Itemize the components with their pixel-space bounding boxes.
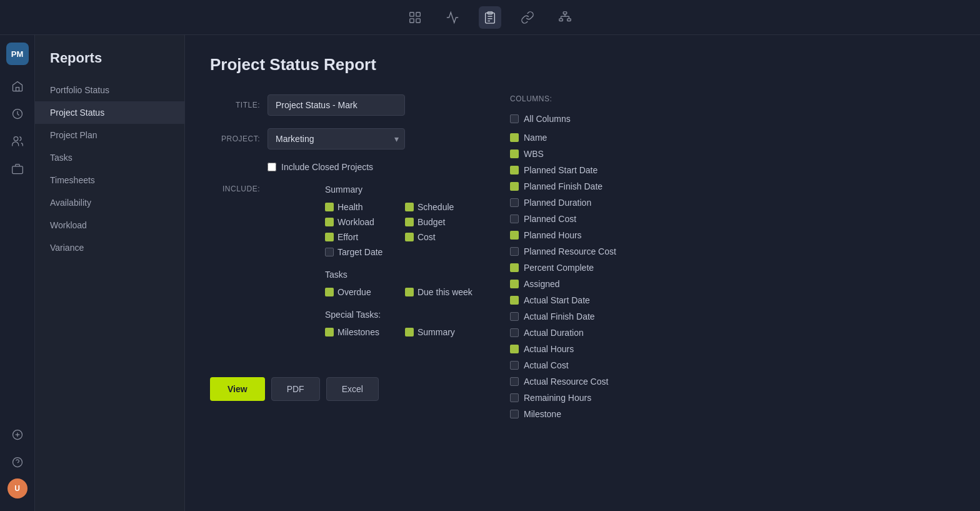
column-actual-hours: Actual Hours — [510, 341, 950, 357]
form-left: TITLE: PROJECT: Marketing Development De… — [210, 94, 472, 423]
all-columns-checkbox[interactable] — [510, 114, 519, 123]
include-effort: Effort — [325, 232, 392, 242]
milestones-checkbox-icon[interactable] — [325, 328, 334, 336]
search-icon[interactable] — [404, 6, 426, 29]
svg-rect-11 — [568, 18, 571, 21]
name-checkbox[interactable] — [510, 133, 519, 142]
special-tasks-heading: Special Tasks: — [325, 310, 472, 320]
svg-rect-1 — [416, 12, 420, 16]
planned-hours-label: Planned Hours — [524, 230, 582, 240]
column-actual-finish-date: Actual Finish Date — [510, 308, 950, 325]
nav-people-icon[interactable] — [6, 130, 29, 153]
actual-hours-checkbox[interactable] — [510, 345, 519, 353]
icon-sidebar: PM — [0, 35, 35, 511]
percent-complete-checkbox[interactable] — [510, 263, 519, 272]
link-icon[interactable] — [516, 6, 539, 29]
sitemap-icon[interactable] — [554, 6, 576, 29]
planned-cost-label: Planned Cost — [524, 214, 576, 224]
actual-finish-date-checkbox[interactable] — [510, 312, 519, 321]
title-row: TITLE: — [210, 94, 472, 116]
summary-special-checkbox-icon[interactable] — [405, 328, 414, 336]
wbs-checkbox[interactable] — [510, 149, 519, 158]
column-percent-complete: Percent Complete — [510, 260, 950, 276]
due-this-week-label: Due this week — [418, 287, 472, 297]
workload-checkbox-icon[interactable] — [325, 218, 334, 226]
nav-history-icon[interactable] — [6, 103, 29, 125]
sidebar-item-project-status[interactable]: Project Status — [35, 101, 184, 124]
svg-point-19 — [14, 137, 18, 141]
column-planned-duration: Planned Duration — [510, 195, 950, 211]
project-label: PROJECT: — [210, 134, 260, 143]
planned-start-date-checkbox[interactable] — [510, 166, 519, 175]
schedule-checkbox-icon[interactable] — [405, 203, 414, 211]
effort-checkbox-icon[interactable] — [325, 233, 334, 241]
special-tasks-grid: Milestones Summary — [325, 327, 472, 337]
planned-finish-date-checkbox[interactable] — [510, 182, 519, 191]
excel-button[interactable]: Excel — [326, 377, 379, 401]
summary-heading: Summary — [325, 185, 472, 195]
effort-label: Effort — [338, 232, 358, 242]
nav-add-icon[interactable] — [6, 423, 29, 446]
column-planned-hours: Planned Hours — [510, 227, 950, 243]
action-buttons: View PDF Excel — [210, 377, 472, 401]
project-select[interactable]: Marketing Development Design Sales — [268, 128, 405, 149]
reports-heading: Reports — [35, 50, 184, 79]
column-wbs: WBS — [510, 146, 950, 162]
cost-checkbox-icon[interactable] — [405, 233, 414, 241]
actual-resource-cost-checkbox[interactable] — [510, 377, 519, 386]
include-target-date: Target Date — [325, 247, 392, 257]
due-this-week-checkbox-icon[interactable] — [405, 288, 414, 296]
assigned-checkbox[interactable] — [510, 280, 519, 288]
sidebar-item-timesheets[interactable]: Timesheets — [35, 169, 184, 191]
sidebar-item-variance[interactable]: Variance — [35, 236, 184, 259]
sidebar-item-project-plan[interactable]: Project Plan — [35, 124, 184, 146]
include-milestones: Milestones — [325, 327, 392, 337]
columns-label: COLUMNS: — [510, 94, 955, 103]
planned-resource-cost-label: Planned Resource Cost — [524, 246, 616, 256]
planned-duration-checkbox[interactable] — [510, 198, 519, 207]
sidebar-item-portfolio-status[interactable]: Portfolio Status — [35, 79, 184, 101]
columns-scroll[interactable]: All Columns Name WBS Plann — [510, 111, 955, 423]
actual-start-date-checkbox[interactable] — [510, 296, 519, 305]
sidebar-item-workload[interactable]: Workload — [35, 214, 184, 236]
main-content: Project Status Report TITLE: PROJECT: Ma… — [185, 35, 980, 511]
clipboard-icon[interactable] — [479, 6, 501, 29]
pdf-button[interactable]: PDF — [271, 377, 320, 401]
milestone-checkbox[interactable] — [510, 410, 519, 418]
actual-duration-checkbox[interactable] — [510, 328, 519, 337]
column-actual-duration: Actual Duration — [510, 325, 950, 341]
tasks-heading: Tasks — [325, 270, 472, 280]
include-summary-special: Summary — [405, 327, 472, 337]
analytics-icon[interactable] — [441, 6, 464, 29]
include-closed-checkbox[interactable] — [268, 163, 276, 171]
health-checkbox-icon[interactable] — [325, 203, 334, 211]
nav-briefcase-icon[interactable] — [6, 158, 29, 180]
top-toolbar — [0, 0, 980, 35]
assigned-label: Assigned — [524, 279, 560, 289]
view-button[interactable]: View — [210, 377, 265, 401]
actual-cost-checkbox[interactable] — [510, 361, 519, 370]
planned-resource-cost-checkbox[interactable] — [510, 247, 519, 256]
title-input[interactable] — [268, 94, 405, 116]
remaining-hours-checkbox[interactable] — [510, 393, 519, 402]
planned-cost-checkbox[interactable] — [510, 215, 519, 223]
svg-rect-17 — [16, 88, 19, 91]
svg-rect-2 — [410, 18, 414, 22]
summary-special-label: Summary — [418, 327, 455, 337]
nav-help-icon[interactable] — [6, 451, 29, 473]
svg-rect-0 — [410, 12, 414, 16]
sidebar-item-tasks[interactable]: Tasks — [35, 146, 184, 169]
app-logo[interactable]: PM — [6, 43, 29, 65]
sidebar-item-availability[interactable]: Availability — [35, 191, 184, 214]
include-closed-label: Include Closed Projects — [281, 162, 373, 172]
nav-home-icon[interactable] — [6, 75, 29, 98]
budget-checkbox-icon[interactable] — [405, 218, 414, 226]
target-date-checkbox-icon[interactable] — [325, 248, 334, 256]
include-overdue: Overdue — [325, 287, 392, 297]
overdue-checkbox-icon[interactable] — [325, 288, 334, 296]
columns-section: COLUMNS: All Columns Name WB — [510, 94, 955, 423]
remaining-hours-label: Remaining Hours — [524, 393, 591, 403]
planned-hours-checkbox[interactable] — [510, 231, 519, 240]
percent-complete-label: Percent Complete — [524, 263, 594, 273]
user-avatar[interactable]: U — [8, 478, 28, 498]
